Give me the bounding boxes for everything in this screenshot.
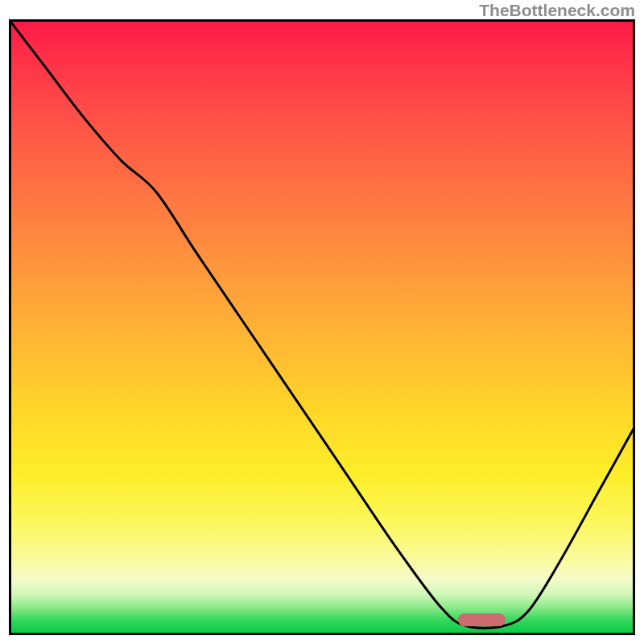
watermark-text: TheBottleneck.com bbox=[479, 1, 635, 20]
chart-frame bbox=[9, 19, 635, 635]
gradient-background bbox=[9, 19, 635, 635]
plot-area bbox=[9, 19, 635, 635]
